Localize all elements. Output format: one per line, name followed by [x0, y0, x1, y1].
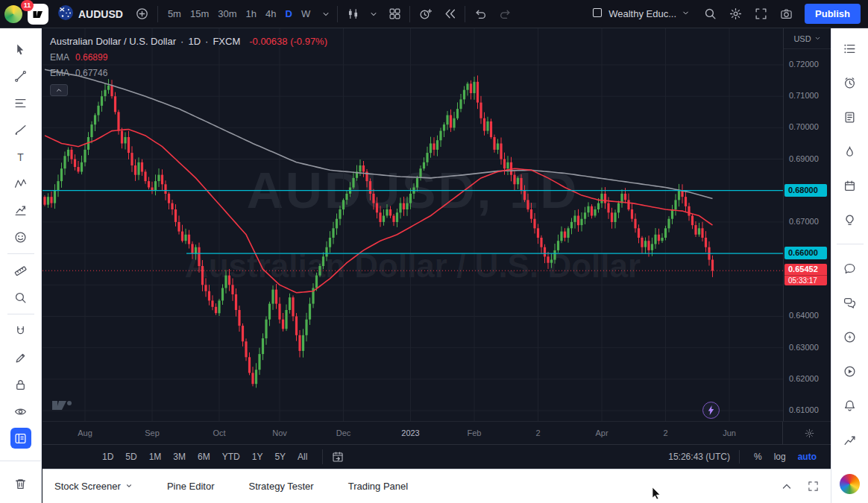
plot-row: AUDUSD, 1D Australian Dollar / U.S. Doll…: [43, 28, 831, 421]
legend-title[interactable]: Australian Dollar / U.S. Dollar: [50, 36, 176, 47]
tradingview-logo[interactable]: 11: [28, 4, 48, 25]
clock-label[interactable]: 15:26:43 (UTC): [668, 452, 730, 462]
object-tree-button[interactable]: [840, 429, 861, 450]
streams-button[interactable]: [840, 326, 861, 347]
emoji-tool-button[interactable]: [10, 227, 31, 247]
chart-style-icon[interactable]: [343, 4, 362, 24]
conversations-button[interactable]: [840, 292, 861, 313]
tradingview-watermark[interactable]: [51, 398, 74, 416]
publish-button[interactable]: Publish: [805, 4, 861, 24]
ideas-icon: [843, 214, 856, 227]
text-tool-button[interactable]: T: [10, 146, 31, 167]
range-5y[interactable]: 5Y: [268, 449, 292, 465]
chat-button[interactable]: [840, 258, 861, 279]
news-button[interactable]: [840, 107, 861, 127]
tab-strategy-tester[interactable]: Strategy Tester: [248, 481, 313, 492]
replay-icon[interactable]: [440, 4, 459, 24]
timeframe-w[interactable]: W: [297, 5, 315, 22]
trash-tool-button[interactable]: [10, 473, 31, 494]
panel-collapse-chevron-icon[interactable]: [781, 481, 793, 493]
alert-icon[interactable]: [415, 4, 435, 24]
goto-date-icon[interactable]: [322, 449, 344, 464]
timeframe-4h[interactable]: 4h: [261, 5, 280, 22]
tab-stock-screener[interactable]: Stock Screener: [54, 481, 133, 492]
range-1m[interactable]: 1M: [143, 449, 168, 465]
calendar-button[interactable]: [840, 175, 861, 196]
forecast-tool-button[interactable]: [10, 200, 31, 221]
price-scale[interactable]: USD 0.720000.710000.700000.690000.670000…: [783, 28, 831, 421]
draw-tool-button[interactable]: [10, 347, 31, 368]
layout-selector[interactable]: Wealthy Educ...: [587, 4, 694, 24]
redo-icon[interactable]: [495, 4, 515, 24]
range-5d[interactable]: 5D: [119, 449, 142, 465]
screenshot-camera-icon[interactable]: [776, 4, 796, 24]
legend-exchange[interactable]: FXCM: [213, 36, 240, 47]
education-button[interactable]: [840, 361, 861, 382]
hide-tool-button[interactable]: [10, 401, 31, 422]
watchlist-button[interactable]: [840, 38, 861, 59]
notifications-button[interactable]: [840, 395, 861, 416]
percent-scale-button[interactable]: %: [749, 449, 767, 465]
calendar-icon: [843, 180, 856, 192]
timeframe-d[interactable]: D: [280, 5, 296, 22]
workspace-avatar-icon[interactable]: [4, 5, 22, 23]
timeframe-15m[interactable]: 15m: [186, 5, 213, 22]
undo-icon[interactable]: [471, 4, 490, 24]
time-scale[interactable]: AugSepOctNovDec2023Feb2Apr2Jun: [43, 421, 831, 444]
rainbow-logo-icon[interactable]: [840, 474, 860, 494]
panel-maximize-icon[interactable]: [808, 481, 819, 492]
fib-retracement-tool-button[interactable]: [10, 92, 31, 113]
range-3m[interactable]: 3M: [167, 449, 192, 465]
fullscreen-icon[interactable]: [751, 4, 770, 24]
timeframe-5m[interactable]: 5m: [163, 5, 186, 22]
time-label: Dec: [336, 428, 351, 437]
price-tick: 0.70000: [789, 122, 819, 131]
price-scale-currency[interactable]: USD: [784, 28, 831, 49]
scale-settings-icon[interactable]: [805, 428, 814, 441]
ema2-label: EMA: [50, 68, 69, 78]
compare-add-icon[interactable]: [133, 4, 152, 24]
cursor-tool-button[interactable]: [10, 39, 31, 60]
multichart-layout-icon[interactable]: [385, 4, 404, 24]
drawing-panel-tool-button[interactable]: [10, 428, 31, 449]
toolbar-divider: [465, 6, 465, 22]
alerts-button[interactable]: [840, 72, 861, 93]
tab-trading-panel[interactable]: Trading Panel: [348, 481, 408, 492]
trend-line-icon: [14, 70, 27, 83]
chart-plot[interactable]: AUDUSD, 1D Australian Dollar / U.S. Doll…: [43, 28, 783, 421]
legend-collapse-button[interactable]: [50, 84, 68, 96]
price-level-label: 0.66000: [784, 247, 827, 259]
range-toolbar: 1D5D1M3M6MYTD1Y5YAll 15:26:43 (UTC) % lo…: [43, 444, 831, 469]
hide-icon: [14, 405, 27, 418]
chart-style-chevron-icon[interactable]: [368, 4, 380, 24]
log-scale-button[interactable]: log: [769, 449, 791, 465]
measure-tool-button[interactable]: [10, 260, 31, 281]
range-1y[interactable]: 1Y: [246, 449, 269, 465]
brush-icon: [14, 124, 27, 136]
settings-gear-icon[interactable]: [726, 4, 745, 24]
ema-indicator-row[interactable]: EMA 0.67746: [50, 68, 327, 78]
timeframe-1h[interactable]: 1h: [242, 5, 261, 22]
hotlists-button[interactable]: [840, 141, 861, 162]
ema-indicator-row[interactable]: EMA 0.66899: [50, 52, 327, 63]
zoom-tool-button[interactable]: [10, 287, 31, 308]
magnet-tool-button[interactable]: [10, 320, 31, 341]
xabcd-pattern-tool-button[interactable]: [10, 173, 31, 194]
range-all[interactable]: All: [292, 449, 313, 465]
tab-pine-editor[interactable]: Pine Editor: [167, 481, 215, 492]
range-6m[interactable]: 6M: [192, 449, 216, 465]
range-1d[interactable]: 1D: [96, 449, 119, 465]
search-icon[interactable]: [700, 4, 720, 24]
draw-icon: [14, 352, 27, 364]
range-ytd[interactable]: YTD: [216, 449, 246, 465]
timeframe-menu-chevron-icon[interactable]: [320, 4, 332, 24]
lock-tool-button[interactable]: [10, 374, 31, 395]
ideas-button[interactable]: [840, 209, 861, 230]
trend-line-tool-button[interactable]: [10, 66, 31, 86]
symbol-button[interactable]: AUDUSD: [54, 2, 128, 25]
lightning-icon[interactable]: [702, 402, 720, 419]
legend-interval[interactable]: 1D: [188, 36, 201, 47]
brush-tool-button[interactable]: [10, 119, 31, 140]
auto-scale-button[interactable]: auto: [793, 449, 822, 465]
timeframe-30m[interactable]: 30m: [213, 5, 241, 22]
